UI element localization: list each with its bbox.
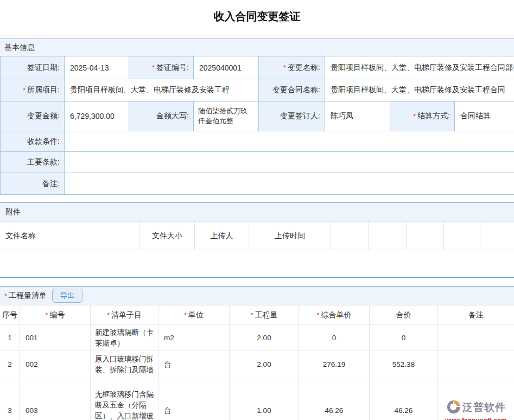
boq-col-label: 备注 xyxy=(468,310,484,320)
boq-item-text: 无框玻璃移门含隔断及五金（分隔区）、入口新增玻璃门 金刚含五金 xyxy=(95,389,154,420)
boq-row-remark: 泛普软件 www.fanpusoft.com xyxy=(438,378,514,420)
boq-row-unit[interactable]: m2 xyxy=(158,325,230,351)
field-label-text: 签证日期: xyxy=(27,63,60,73)
boq-section-header: * 工程量清单 导出 xyxy=(0,286,514,305)
field-value-text: 贵阳项目样板间、大堂、电梯厅装修及安装工程 xyxy=(70,85,230,95)
boq-col-unitprice: *综合单价 xyxy=(299,306,370,325)
field-label-text: 变更金额: xyxy=(27,111,60,121)
boq-item-text: 原入口玻璃移门拆装、拆除门及隔墙 xyxy=(95,354,154,375)
boq-row-qty[interactable]: 1.00 xyxy=(230,378,299,420)
field-label-text: 变更合同名称: xyxy=(272,85,320,95)
field-label-text: 备注: xyxy=(42,179,60,189)
boq-row-total: 46.26 xyxy=(370,378,438,420)
boq-row-unitprice[interactable]: 276.19 xyxy=(299,351,370,378)
basic-info-section-header: 基本信息 xyxy=(0,39,514,56)
attachments-section-title: 附件 xyxy=(5,207,21,217)
signer-field[interactable]: 陈巧凤 xyxy=(325,101,390,131)
field-value-text: 2025040001 xyxy=(199,63,242,72)
boq-col-label: 编号 xyxy=(50,310,65,320)
boq-row-no: 3 xyxy=(0,378,20,420)
boq-row-code[interactable]: 002 xyxy=(20,351,91,378)
page-title: 收入合同变更签证 xyxy=(0,0,514,39)
payment-terms-label: 收款条件: xyxy=(1,131,65,152)
attachment-col-empty xyxy=(481,222,514,250)
boq-row-qty[interactable]: 2.00 xyxy=(230,351,299,378)
required-asterisk: * xyxy=(184,311,187,319)
required-asterisk: * xyxy=(45,311,48,319)
boq-col-label: 序号 xyxy=(2,310,17,320)
boq-col-unit: *单位 xyxy=(158,306,230,325)
boq-row-remark[interactable] xyxy=(438,325,514,351)
change-name-label: *变更名称: xyxy=(259,56,325,79)
export-button[interactable]: 导出 xyxy=(52,289,83,303)
boq-row-unit[interactable]: 台 xyxy=(158,378,230,420)
boq-row-item[interactable]: 原入口玻璃移门拆装、拆除门及隔墙 xyxy=(91,351,158,378)
remark-label: 备注: xyxy=(1,173,65,195)
boq-col-label: 清单子目 xyxy=(111,310,142,320)
boq-col-code: *编号 xyxy=(20,306,91,325)
boq-row-total: 552.38 xyxy=(370,351,438,378)
boq-table: 序号 *编号 *清单子目 *单位 *工程量 *综合单价 合价 备注 1 001 … xyxy=(0,305,514,420)
boq-row-unitprice[interactable]: 0 xyxy=(299,325,370,351)
attachment-col-empty xyxy=(444,222,481,250)
boq-col-label: 工程量 xyxy=(255,310,278,320)
boq-row-code[interactable]: 001 xyxy=(20,325,91,351)
boq-row-code[interactable]: 003 xyxy=(20,378,91,420)
payment-terms-field[interactable] xyxy=(65,131,514,152)
main-terms-field[interactable] xyxy=(65,152,514,173)
boq-item-text: 新建玻璃隔断（卡莱斯卓） xyxy=(95,327,154,348)
attachments-table-header: 文件名称 文件大小 上传人 上传时间 xyxy=(0,222,514,250)
change-amount-field[interactable]: 6,729,300.00 xyxy=(65,101,129,131)
boq-row-no: 1 xyxy=(0,325,20,351)
change-contract-label: 变更合同名称: xyxy=(259,79,325,101)
main-terms-label: 主要条款: xyxy=(1,152,65,173)
basic-info-panel: 基本信息 签证日期: 2025-04-13 *签证编号: 2025040001 … xyxy=(0,39,514,195)
boq-row-item[interactable]: 新建玻璃隔断（卡莱斯卓） xyxy=(91,325,158,351)
boq-col-label: 综合单价 xyxy=(321,310,352,320)
boq-row-unitprice[interactable]: 46.26 xyxy=(299,378,370,420)
attachment-col-filename: 文件名称 xyxy=(0,222,140,250)
field-value-text: 贵阳项目样板间、大堂、电梯厅装修及安装工程合同部分工 xyxy=(331,63,514,73)
boq-row-item[interactable]: 无框玻璃移门含隔断及五金（分隔区）、入口新增玻璃门 金刚含五金 xyxy=(91,378,158,420)
required-asterisk: * xyxy=(413,112,416,120)
watermark-url-text: www.fanpusoft.com xyxy=(445,417,507,420)
boq-row-total: 0 xyxy=(370,325,438,351)
required-asterisk: * xyxy=(4,292,7,300)
boq-col-qty: *工程量 xyxy=(230,306,299,325)
change-name-field[interactable]: 贵阳项目样板间、大堂、电梯厅装修及安装工程合同部分工 xyxy=(325,56,514,79)
sign-date-field[interactable]: 2025-04-13 xyxy=(65,56,129,79)
field-value-text: 合同结算 xyxy=(460,111,491,121)
boq-row-no: 2 xyxy=(0,351,20,378)
amount-caps-field[interactable]: 陆佰柒拾贰万玖仟叁佰元整 xyxy=(194,101,259,131)
attachments-panel: 附件 文件名称 文件大小 上传人 上传时间 xyxy=(0,202,514,278)
section-gap xyxy=(0,278,514,286)
project-field[interactable]: 贵阳项目样板间、大堂、电梯厅装修及安装工程 xyxy=(65,79,259,101)
boq-row-unit[interactable]: 台 xyxy=(158,351,230,378)
field-value-text: 陆佰柒拾贰万玖仟叁佰元整 xyxy=(198,106,254,125)
field-value-text: 6,729,300.00 xyxy=(70,112,115,120)
sign-no-label: *签证编号: xyxy=(129,56,194,79)
field-label-text: 金额大写: xyxy=(156,111,189,121)
boq-col-label: 单位 xyxy=(188,310,204,320)
sign-no-field[interactable]: 2025040001 xyxy=(194,56,259,79)
remark-field[interactable] xyxy=(65,173,514,195)
required-asterisk: * xyxy=(152,63,155,72)
field-label-text: 变更签订人: xyxy=(280,111,320,121)
boq-row-remark[interactable] xyxy=(438,351,514,378)
watermark: 泛普软件 xyxy=(446,399,506,416)
field-label-text: 变更名称: xyxy=(288,63,320,73)
settle-method-field[interactable]: 合同结算 xyxy=(455,101,514,131)
attachment-col-uploadtime: 上传时间 xyxy=(249,222,331,250)
field-label-text: 主要条款: xyxy=(27,157,60,167)
boq-col-remark: 备注 xyxy=(438,306,514,325)
boq-col-no: 序号 xyxy=(0,306,20,325)
attachment-col-empty xyxy=(407,222,444,250)
boq-col-item: *清单子目 xyxy=(91,306,158,325)
section-gap xyxy=(0,195,514,202)
boq-row-qty[interactable]: 2.00 xyxy=(230,325,299,351)
required-asterisk: * xyxy=(23,86,26,94)
signer-label: 变更签订人: xyxy=(259,101,325,131)
change-contract-field[interactable]: 贵阳项目样板间、大堂、电梯厅装修及安装工程合同 xyxy=(325,79,514,101)
settle-method-label: *结算方式: xyxy=(390,101,455,131)
change-amount-label: 变更金额: xyxy=(1,101,65,131)
